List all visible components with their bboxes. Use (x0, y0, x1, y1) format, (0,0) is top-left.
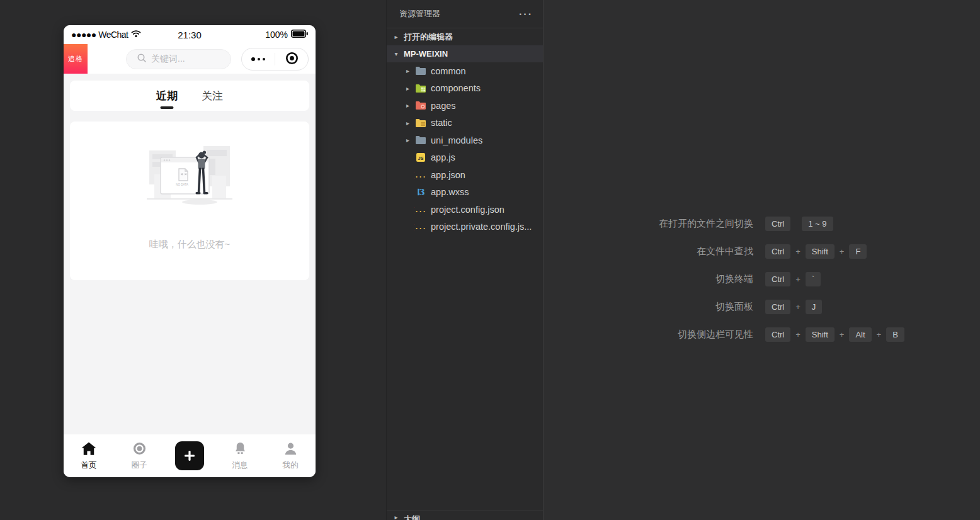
chevron-down-icon: ▾ (392, 50, 400, 57)
keycap: Ctrl (765, 244, 790, 259)
wechat-capsule (241, 48, 309, 71)
bell-icon (232, 441, 248, 458)
tree-row-file[interactable]: {...} project.private.config.js... (387, 218, 543, 236)
tree-row-file[interactable]: {...} app.json (387, 166, 543, 184)
empty-feed-card: NO DATA 哇哦，什么也没有~ (70, 122, 309, 280)
js-file-icon: JS (414, 152, 426, 163)
keycap: ` (806, 272, 821, 286)
record-circle-icon (285, 51, 299, 68)
phone-simulator: ●●●●● WeChat 21:30 100% 追格 关键词... (64, 25, 316, 477)
feed-tabs: 近期关注 (70, 81, 309, 111)
battery-percent: 100% (265, 30, 288, 40)
explorer-section[interactable]: ▾ MP-WEIXIN (387, 45, 543, 62)
json-file-icon: {...} (414, 169, 426, 180)
chevron-right-icon: ▸ (406, 137, 414, 144)
no-data-label: NO DATA (176, 183, 189, 186)
tree-row-folder[interactable]: ▸ common (387, 62, 543, 80)
tree-row-folder[interactable]: ▸ uni_modules (387, 132, 543, 149)
tree-row-file[interactable]: JS app.js (387, 149, 543, 167)
tree-row-folder[interactable]: ▸ pages (387, 97, 543, 115)
chevron-right-icon: ▸ (406, 67, 414, 74)
no-data-illustration: NO DATA (142, 137, 237, 211)
css-file-icon: 3 (414, 187, 426, 198)
shortcut-row: 在打开的文件之间切换 Ctrl1 ~ 9 (544, 215, 980, 232)
keycap: J (806, 300, 823, 314)
folder-static-icon (414, 118, 426, 128)
explorer-section[interactable]: ▸ 打开的编辑器 (387, 28, 543, 45)
explorer-more-actions-button[interactable]: ··· (519, 0, 533, 28)
circle-icon (132, 441, 147, 458)
user-icon (283, 441, 299, 458)
keycap: 1 ~ 9 (802, 217, 833, 231)
shortcut-row: 切换侧边栏可见性 Ctrl+Shift+Alt+B (544, 326, 980, 343)
search-placeholder: 关键词... (151, 54, 185, 65)
shortcut-row: 在文件中查找 Ctrl+Shift+F (544, 243, 980, 260)
json-file-icon: {...} (414, 222, 426, 232)
chevron-right-icon: ▸ (406, 120, 414, 127)
more-dots-icon (251, 57, 265, 61)
svg-text:JS: JS (418, 155, 423, 161)
empty-message: 哇哦，什么也没有~ (70, 239, 309, 251)
keycap: Ctrl (765, 300, 790, 314)
battery-icon (291, 30, 308, 40)
app-logo-badge: 追格 (64, 44, 88, 74)
bottom-tab-bar: 首页 圈子 消息 我的 (64, 434, 316, 477)
tree-row-folder[interactable]: ▸ static (387, 115, 543, 132)
chevron-right-icon: ▸ (406, 85, 414, 92)
tree-row-file[interactable]: 3 app.wxss (387, 184, 543, 201)
search-input[interactable]: 关键词... (126, 49, 231, 69)
editor-area: 在打开的文件之间切换 Ctrl1 ~ 9 在文件中查找 Ctrl+Shift+F… (543, 0, 980, 520)
simulator-pane: ●●●●● WeChat 21:30 100% 追格 关键词... (0, 0, 386, 520)
shortcut-row: 切换终端 Ctrl+` (544, 271, 980, 288)
explorer-title: 资源管理器 (387, 8, 440, 20)
svg-text:3: 3 (419, 187, 424, 197)
home-icon (81, 441, 97, 458)
capsule-more-button[interactable] (242, 48, 275, 70)
svg-text:{...}: {...} (414, 223, 426, 230)
tabbar-item[interactable]: 消息 (215, 434, 265, 477)
status-bar: ●●●●● WeChat 21:30 100% (64, 25, 316, 44)
keycap: F (849, 244, 867, 259)
chevron-right-icon: ▸ (392, 514, 400, 520)
keycap: Shift (806, 327, 835, 342)
mini-app-navbar: 追格 关键词... (64, 44, 316, 74)
json-file-icon: {...} (414, 204, 426, 215)
outline-label: 大纲 (404, 514, 420, 520)
keycap: B (886, 327, 904, 342)
keycap: Ctrl (765, 217, 790, 231)
feed-tab-active[interactable]: 近期 (156, 89, 178, 103)
capsule-exit-button[interactable] (275, 48, 308, 70)
tabbar-publish-button[interactable] (164, 434, 215, 477)
explorer-sections: ▸ 打开的编辑器 ▾ MP-WEIXIN (387, 28, 543, 62)
plus-icon (175, 441, 204, 470)
folder-pages-icon (414, 100, 426, 111)
chevron-right-icon: ▸ (392, 33, 400, 40)
shortcut-row: 切换面板 Ctrl+J (544, 298, 980, 315)
outline-section-header[interactable]: ▸ 大纲 (387, 511, 543, 520)
svg-text:{...}: {...} (414, 172, 426, 179)
folder-components-icon (414, 83, 426, 94)
folder-uni-modules-icon (414, 135, 426, 145)
file-tree: ▸ common ▸ components ▸ pages ▸ static ▸… (387, 62, 543, 235)
app-window: ●●●●● WeChat 21:30 100% 追格 关键词... (0, 0, 980, 520)
keycap: Ctrl (765, 327, 790, 342)
svg-text:{...}: {...} (414, 206, 426, 213)
tabbar-item[interactable]: 首页 (64, 434, 114, 477)
tabbar-item[interactable]: 我的 (265, 434, 316, 477)
tabbar-item[interactable]: 圈子 (114, 434, 164, 477)
explorer-panel: 资源管理器 ··· ▸ 打开的编辑器 ▾ MP-WEIXIN ▸ common … (386, 0, 543, 520)
search-icon (137, 53, 147, 65)
shortcut-hints: 在打开的文件之间切换 Ctrl1 ~ 9 在文件中查找 Ctrl+Shift+F… (544, 215, 980, 354)
feed-tab-inactive[interactable]: 关注 (202, 89, 223, 103)
keycap: Ctrl (765, 272, 790, 286)
chevron-right-icon: ▸ (406, 102, 414, 109)
keycap: Shift (806, 244, 835, 259)
keycap: Alt (849, 327, 871, 342)
tree-row-file[interactable]: {...} project.config.json (387, 201, 543, 218)
explorer-header: 资源管理器 ··· (387, 0, 543, 28)
tree-row-folder[interactable]: ▸ components (387, 80, 543, 98)
folder-common-icon (414, 65, 426, 76)
